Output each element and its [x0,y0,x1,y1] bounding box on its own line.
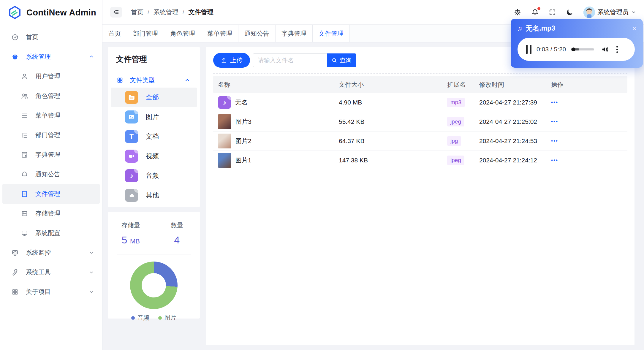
tree-list-icon [21,132,28,139]
legend-image[interactable]: 图片 [158,314,176,322]
image-thumbnail[interactable] [218,114,231,129]
file-table: 名称 文件大小 扩展名 修改时间 操作 ♪ 无名 4.90 MB mp3 202… [213,76,627,170]
sidebar-item-storage-management[interactable]: 存储管理 [0,204,102,223]
breadcrumb-home[interactable]: 首页 [131,8,143,16]
row-more-button[interactable]: ••• [546,157,627,163]
audio-progress-thumb[interactable] [572,47,575,51]
file-size: 55.42 KB [334,118,442,125]
breadcrumb-file-management: 文件管理 [189,8,213,16]
table-row[interactable]: ♪ 无名 4.90 MB mp3 2024-04-27 21:27:39 ••• [213,93,627,112]
sidebar-item-system-management[interactable]: 系统管理 [0,47,102,66]
sidebar-item-menu-management[interactable]: 菜单管理 [0,106,102,125]
sidebar-item-system-config[interactable]: 系统配置 [0,223,102,243]
fullscreen-icon[interactable] [549,9,556,16]
user-menu[interactable]: 系统管理员 [583,7,636,18]
storage-icon [21,210,28,217]
ext-badge: jpeg [447,117,464,126]
query-button[interactable]: 查询 [327,53,356,67]
settings-gear-icon[interactable] [514,8,521,16]
chevron-up-icon[interactable] [184,77,190,83]
sidebar-item-label: 系统管理 [26,53,51,61]
sidebar-item-home[interactable]: 首页 [0,27,102,47]
tab-department[interactable]: 部门管理 [127,25,164,42]
table-row[interactable]: 图片3 55.42 KB jpeg 2024-04-27 21:25:02 ••… [213,112,627,132]
file-name[interactable]: 图片1 [235,156,251,164]
legend-audio[interactable]: 音频 [131,314,149,322]
chevron-down-icon [88,289,94,295]
tab-menu[interactable]: 菜单管理 [201,25,238,42]
sidebar-item-label: 角色管理 [35,92,60,100]
legend-label: 图片 [164,314,176,322]
audio-controls: 0:03 / 5:20 [518,38,635,61]
users-icon [21,92,28,100]
menu-lines-icon [21,112,28,119]
count-label: 数量 [154,221,200,229]
sidebar-item-file-management[interactable]: 文件管理 [2,184,100,204]
app-title: ContiNew Admin [26,8,96,18]
breadcrumb-system-management[interactable]: 系统管理 [154,8,178,16]
app-logo[interactable]: ContiNew Admin [0,0,102,25]
legend-dot-image [158,316,162,320]
file-name[interactable]: 图片2 [235,137,251,145]
notification-badge [537,7,540,10]
file-type-tree: 全部 图片 T 文档 [111,88,197,205]
row-more-button[interactable]: ••• [546,99,627,105]
sidebar-item-role-management[interactable]: 角色管理 [0,86,102,106]
tab-notice[interactable]: 通知公告 [238,25,276,42]
sidebar-item-label: 文件管理 [35,190,60,198]
document-file-icon: T [125,130,138,143]
upload-icon [221,57,227,64]
table-row[interactable]: 图片1 147.38 KB jpeg 2024-04-27 21:24:12 •… [213,151,627,170]
audio-time: 0:03 / 5:20 [537,46,566,53]
file-name[interactable]: 无名 [235,98,248,107]
more-options-icon[interactable] [616,46,618,53]
tab-file-management[interactable]: 文件管理 [313,25,350,42]
tree-item-images[interactable]: 图片 [111,107,197,127]
sidebar-item-system-monitor[interactable]: 系统监控 [0,243,102,262]
image-thumbnail[interactable] [218,153,231,168]
user-name: 系统管理员 [597,8,629,16]
music-note-icon: ♫ [517,25,522,32]
search-input[interactable] [253,53,327,67]
upload-button[interactable]: 上传 [213,53,250,68]
audio-progress-bar[interactable] [571,48,594,50]
tree-item-documents[interactable]: T 文档 [111,127,197,146]
image-thumbnail[interactable] [218,134,231,148]
table-row[interactable]: 图片2 64.37 KB jpg 2024-04-27 21:24:53 ••• [213,132,627,151]
tree-item-all[interactable]: 全部 [111,88,197,107]
sidebar-item-label: 字典管理 [35,151,60,159]
ext-badge: jpg [447,136,461,146]
notification-bell-icon[interactable] [531,8,539,16]
sidebar-item-label: 通知公告 [35,170,60,178]
close-icon[interactable]: × [632,25,636,32]
file-type-group[interactable]: 文件类型 [114,73,194,87]
dark-mode-moon-icon[interactable] [566,8,574,16]
audio-file-icon: ♪ [125,169,138,182]
sidebar-item-user-management[interactable]: 用户管理 [0,66,102,86]
storage-stats-panel: 存储量 5 MB 数量 4 音频 图片 [108,212,200,319]
tab-role[interactable]: 角色管理 [164,25,201,42]
volume-icon[interactable] [601,45,609,53]
sidebar-item-notice[interactable]: 通知公告 [0,164,102,184]
sidebar-item-system-tools[interactable]: 系统工具 [0,262,102,282]
tree-item-audio[interactable]: ♪ 音频 [111,166,197,186]
folder-icon [125,91,138,104]
tab-home[interactable]: 首页 [102,25,127,42]
row-more-button[interactable]: ••• [546,138,627,144]
sidebar-item-dictionary-management[interactable]: 字典管理 [0,145,102,164]
sidebar-item-label: 存储管理 [35,209,60,218]
content-area: 文件管理 文件类型 全部 [102,42,644,350]
sidebar-item-label: 首页 [26,33,38,41]
monitor-icon [21,229,28,237]
divider [213,73,627,74]
row-more-button[interactable]: ••• [546,119,627,125]
sidebar-item-department-management[interactable]: 部门管理 [0,125,102,145]
breadcrumb: 首页 / 系统管理 / 文件管理 [131,8,213,16]
sidebar-collapse-button[interactable] [110,7,122,18]
sidebar-item-about-project[interactable]: 关于项目 [0,282,102,302]
tree-item-other[interactable]: 其他 [111,186,197,205]
pause-button[interactable] [526,45,531,54]
tab-dictionary[interactable]: 字典管理 [276,25,313,42]
tree-item-videos[interactable]: 视频 [111,146,197,166]
file-name[interactable]: 图片3 [235,118,251,126]
